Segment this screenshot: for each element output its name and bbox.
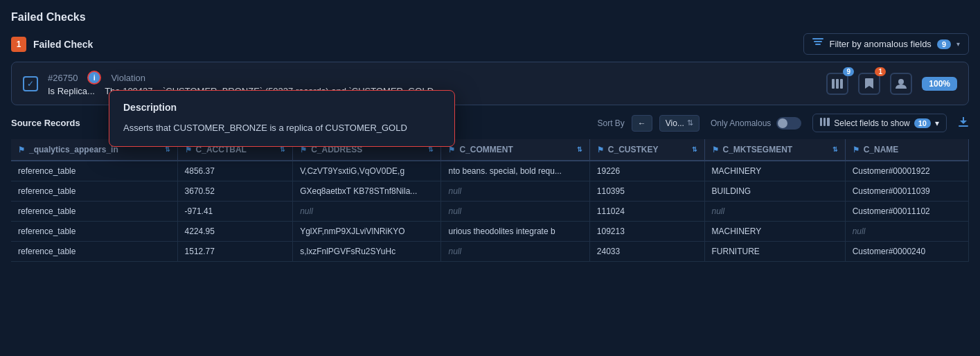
- check-right-icons: 9 1 100%: [826, 73, 957, 95]
- sort-value-button[interactable]: Vio... ⇅: [659, 115, 700, 132]
- arrow-left-icon: ←: [638, 118, 646, 128]
- sort-value-label: Vio...: [666, 118, 684, 128]
- table-row: reference_table4856.37V,CzVT9YsxtiG,VqOV…: [11, 161, 969, 181]
- download-button[interactable]: [958, 116, 969, 130]
- info-icon-button[interactable]: i: [87, 71, 101, 84]
- table-cell: MACHINERY: [704, 161, 845, 181]
- svg-rect-1: [814, 41, 822, 42]
- table-container: ⚑ _qualytics_appears_in ⇅ ⚑ C_ACCTBAL ⇅: [11, 139, 969, 262]
- sort-left-button[interactable]: ←: [632, 115, 652, 132]
- table-cell: null: [441, 181, 589, 202]
- sort-icon-5[interactable]: ⇅: [832, 146, 838, 153]
- sort-row: Sort By ← Vio... ⇅: [597, 115, 700, 132]
- sort-label: Sort By: [597, 118, 624, 128]
- icon-with-badge-2: 1: [858, 73, 880, 95]
- table-cell: Customer#00011039: [845, 181, 968, 202]
- table-cell: Customer#0000240: [845, 242, 968, 262]
- col-header-4: C_CUSTKEY: [608, 145, 659, 154]
- table-cell: 1512.77: [177, 242, 293, 262]
- chevron-down-icon: ▾: [956, 40, 960, 48]
- table-cell: 111024: [589, 202, 704, 222]
- failed-check-label: Failed Check: [33, 39, 93, 50]
- svg-rect-2: [815, 44, 821, 45]
- table-cell: reference_table: [11, 242, 177, 262]
- svg-rect-3: [832, 79, 835, 89]
- table-cell: 110395: [589, 181, 704, 202]
- table-cell: FURNITURE: [704, 242, 845, 262]
- col-flag-icon-4: ⚑: [597, 145, 604, 154]
- sort-icon-2[interactable]: ⇅: [428, 146, 434, 153]
- th-custkey: ⚑ C_CUSTKEY ⇅: [589, 139, 704, 161]
- violation-label: Violation: [111, 73, 145, 83]
- svg-rect-10: [959, 125, 968, 127]
- col-header-6: C_NAME: [864, 145, 899, 154]
- table-cell: 3670.52: [177, 181, 293, 202]
- percent-badge: 100%: [922, 77, 957, 91]
- svg-rect-8: [823, 118, 826, 126]
- table-cell: nto beans. special, bold requ...: [441, 161, 589, 181]
- only-anomalous-row: Only Anomalous: [711, 117, 801, 130]
- table-cell: reference_table: [11, 181, 177, 202]
- select-fields-count: 10: [914, 118, 931, 128]
- col-flag-icon-5: ⚑: [712, 145, 719, 154]
- select-fields-label: Select fields to show: [834, 118, 909, 128]
- table-row: reference_table3670.52GXeq8aetbxT KB78ST…: [11, 181, 969, 202]
- table-cell: Customer#00011102: [845, 202, 968, 222]
- th-mktsegment: ⚑ C_MKTSEGMENT ⇅: [704, 139, 845, 161]
- table-cell: null: [441, 242, 589, 262]
- sort-icon-0[interactable]: ⇅: [165, 146, 170, 153]
- col-flag-icon-0: ⚑: [18, 145, 25, 154]
- table-cell: reference_table: [11, 161, 177, 181]
- table-cell: MACHINERY: [704, 222, 845, 242]
- columns-badge: 9: [843, 67, 854, 76]
- bookmark-badge: 1: [875, 67, 886, 76]
- filter-icon: [812, 38, 823, 50]
- top-bar: 1 Failed Check Filter by anomalous field…: [11, 33, 969, 55]
- svg-rect-5: [840, 79, 843, 89]
- check-id: #26750: [48, 73, 78, 83]
- sort-icon-4[interactable]: ⇅: [692, 146, 697, 153]
- col-header-0: _qualytics_appears_in: [29, 145, 118, 154]
- columns-icon-small: [820, 118, 830, 128]
- svg-rect-7: [820, 118, 822, 126]
- is-replica-label: Is Replica...: [48, 86, 95, 96]
- sort-icon-3[interactable]: ⇅: [577, 146, 582, 153]
- filter-count-badge: 9: [937, 39, 951, 49]
- table-cell: null: [441, 202, 589, 222]
- svg-rect-9: [827, 118, 830, 126]
- table-row: reference_table1512.77s,lxzFnlPGVFsRu2SY…: [11, 242, 969, 262]
- table-cell: 109213: [589, 222, 704, 242]
- filter-anomalous-button[interactable]: Filter by anomalous fields 9 ▾: [803, 33, 969, 55]
- col-flag-icon-6: ⚑: [853, 145, 859, 154]
- table-cell: s,lxzFnlPGVFsRu2SYuHc: [293, 242, 441, 262]
- svg-rect-4: [836, 79, 839, 89]
- toggle-knob: [778, 118, 787, 128]
- col-header-3: C_COMMENT: [459, 145, 513, 154]
- table-cell: null: [293, 202, 441, 222]
- svg-rect-0: [812, 38, 823, 39]
- controls-row: Sort By ← Vio... ⇅ Only Anomalous: [597, 114, 969, 132]
- user-icon[interactable]: [890, 73, 912, 95]
- col-header-5: C_MKTSEGMENT: [723, 145, 793, 154]
- th-name: ⚑ C_NAME: [845, 139, 968, 161]
- source-records-title: Source Records: [11, 118, 80, 128]
- table-cell: null: [845, 222, 968, 242]
- table-cell: null: [704, 202, 845, 222]
- table-cell: 19226: [589, 161, 704, 181]
- table-body: reference_table4856.37V,CzVT9YsxtiG,VqOV…: [11, 161, 969, 262]
- check-checkbox[interactable]: ✓: [23, 76, 38, 91]
- table-cell: YglXF,nmP9XJLviVlNRiKYO: [293, 222, 441, 242]
- failed-check-badge: 1 Failed Check: [11, 37, 93, 52]
- sort-arrow-icon: ⇅: [687, 118, 693, 127]
- table-cell: reference_table: [11, 222, 177, 242]
- select-fields-button[interactable]: Select fields to show 10 ▾: [812, 114, 947, 132]
- anomalous-toggle[interactable]: [776, 117, 801, 130]
- table-cell: BUILDING: [704, 181, 845, 202]
- tooltip-title: Description: [123, 102, 440, 113]
- table-cell: -971.41: [177, 202, 293, 222]
- sort-icon-1[interactable]: ⇅: [280, 146, 285, 153]
- table-cell: reference_table: [11, 202, 177, 222]
- check-id-row: #26750 i Violation: [48, 71, 817, 84]
- failed-check-count: 1: [11, 37, 26, 52]
- filter-label: Filter by anomalous fields: [829, 39, 931, 49]
